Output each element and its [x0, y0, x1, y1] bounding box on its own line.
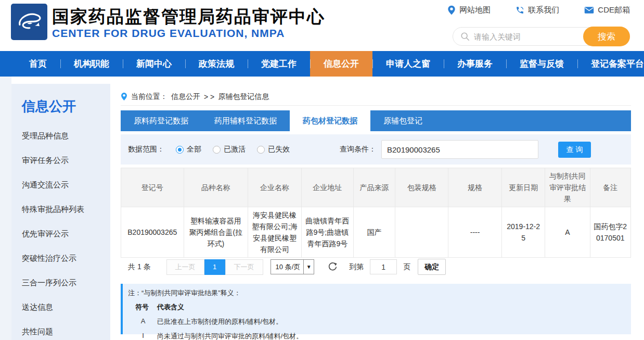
- chevron-down-icon: ▼: [303, 260, 314, 274]
- left-margin-strip: [0, 77, 11, 340]
- search-icon: [460, 32, 470, 41]
- cell-registration-no: B20190003265: [121, 207, 184, 258]
- cde-logo[interactable]: [11, 4, 47, 40]
- tab-excipient-registration[interactable]: 药用辅料登记数据: [201, 110, 290, 131]
- note-meaning-i: 尚未通过与制剂共同审评审批的原料/辅料/包材。: [157, 332, 303, 340]
- table-header-row: 登记号 品种名称 企业名称 企业地址 产品来源 包装规格 规格 更新日期 与制剂…: [121, 168, 631, 207]
- site-title: 国家药品监督管理局药品审评中心: [52, 5, 325, 29]
- breadcrumb-home[interactable]: 信息公开: [171, 92, 200, 102]
- table-row: B20190003265 塑料输液容器用聚丙烯组合盖(拉环式) 海安县健民橡塑有…: [121, 207, 631, 258]
- query-label: 查询条件：: [340, 145, 376, 154]
- breadcrumb-current[interactable]: 原辅包登记信息: [218, 92, 269, 102]
- goto-page-suffix: 页: [403, 262, 410, 272]
- goto-page-input[interactable]: [370, 259, 397, 274]
- cell-packaging-spec: [395, 207, 448, 258]
- quick-links: 网站地图 联系我们 CDE邮箱: [447, 5, 630, 15]
- filter-bar: 数据范围： 全部 已激活 已失效 查询条件： 查 询: [121, 134, 631, 165]
- col-product-origin: 产品来源: [353, 168, 395, 207]
- radio-all-label: 全部: [187, 145, 201, 154]
- mailbox-label: CDE邮箱: [598, 5, 630, 15]
- query-input[interactable]: [381, 140, 538, 159]
- col-remarks: 备注: [590, 168, 630, 207]
- radio-activated-icon: [213, 146, 221, 154]
- col-company-address: 企业地址: [301, 168, 353, 207]
- data-tabs: 原料药登记数据 药用辅料登记数据 药包材登记数据 原辅包登记: [121, 110, 631, 131]
- sidebar-item-delivery-info[interactable]: 送达信息: [11, 295, 110, 320]
- col-update-date: 更新日期: [502, 168, 545, 207]
- sidebar-item-special-approval[interactable]: 特殊审批品种列表: [11, 197, 110, 222]
- sidebar-item-review-tasks[interactable]: 审评任务公示: [11, 148, 110, 173]
- tab-raw-aux-pack[interactable]: 原辅包登记: [370, 110, 435, 131]
- registration-table: 登记号 品种名称 企业名称 企业地址 产品来源 包装规格 规格 更新日期 与制剂…: [121, 168, 631, 258]
- prev-page-button[interactable]: 上一页: [166, 259, 204, 275]
- col-registration-no: 登记号: [121, 168, 184, 207]
- breadcrumb: 当前位置： 信息公开 > > 原辅包登记信息: [121, 88, 631, 106]
- cell-remarks: 国药包字20170501: [590, 207, 630, 258]
- confirm-button[interactable]: 确定: [418, 259, 446, 275]
- sidebar-item-three-in-one[interactable]: 三合一序列公示: [11, 271, 110, 295]
- col-company-name: 企业名称: [248, 168, 302, 207]
- col-product-name: 品种名称: [184, 168, 248, 207]
- pager-group: 上一页 1 下一页: [166, 259, 263, 275]
- nav-item-registration-platform[interactable]: 登记备案平台: [577, 51, 644, 77]
- nav-item-supervision[interactable]: 监督与反馈: [506, 51, 577, 77]
- sidebar-item-communication[interactable]: 沟通交流公示: [11, 173, 110, 197]
- nav-item-news[interactable]: 新闻中心: [123, 51, 185, 77]
- phone-icon: [516, 6, 524, 15]
- map-pin-icon: [447, 5, 456, 15]
- refresh-button[interactable]: [328, 262, 338, 272]
- next-page-button[interactable]: 下一页: [225, 259, 263, 275]
- mailbox-link[interactable]: CDE邮箱: [584, 5, 630, 15]
- sidebar-item-priority-review[interactable]: 优先审评公示: [11, 222, 110, 246]
- page-1-button[interactable]: 1: [204, 259, 225, 275]
- nav-item-policies[interactable]: 政策法规: [185, 51, 248, 77]
- sidebar: 信息公开 受理品种信息 审评任务公示 沟通交流公示 特殊审批品种列表 优先审评公…: [11, 84, 110, 340]
- nav-item-applicant[interactable]: 申请人之窗: [372, 51, 444, 77]
- site-header: 国家药品监督管理局药品审评中心 CENTER FOR DRUG EVALUATI…: [0, 0, 644, 51]
- search-button[interactable]: 搜索: [583, 27, 630, 46]
- total-count: 共 1 条: [128, 262, 151, 272]
- refresh-icon: [328, 262, 338, 272]
- nav-item-services[interactable]: 办事服务: [444, 51, 506, 77]
- radio-all[interactable]: 全部: [176, 145, 201, 154]
- search-input[interactable]: [470, 32, 583, 41]
- breadcrumb-prefix: 当前位置：: [131, 92, 168, 102]
- sidebar-item-accepted-varieties[interactable]: 受理品种信息: [11, 124, 110, 148]
- col-spec: 规格: [448, 168, 502, 207]
- contact-link[interactable]: 联系我们: [516, 5, 559, 15]
- radio-expired-icon: [257, 146, 265, 154]
- sitemap-label: 网站地图: [459, 5, 491, 15]
- radio-activated[interactable]: 已激活: [213, 145, 246, 154]
- sidebar-item-breakthrough-therapy[interactable]: 突破性治疗公示: [11, 246, 110, 271]
- page-size-value: 10 条/页: [271, 262, 304, 272]
- nav-item-home[interactable]: 首页: [16, 51, 60, 77]
- query-button[interactable]: 查 询: [558, 142, 591, 158]
- tab-packaging-registration[interactable]: 药包材登记数据: [290, 110, 370, 131]
- sidebar-item-common-issues[interactable]: 共性问题: [11, 320, 110, 340]
- breadcrumb-separator: > >: [204, 93, 214, 101]
- radio-expired[interactable]: 已失效: [257, 145, 290, 154]
- col-packaging-spec: 包装规格: [395, 168, 448, 207]
- pagination: 共 1 条 上一页 1 下一页 10 条/页 ▼ 到第: [121, 259, 631, 275]
- scope-label: 数据范围：: [128, 145, 164, 154]
- page-size-select[interactable]: 10 条/页 ▼: [271, 259, 315, 274]
- radio-expired-label: 已失效: [268, 145, 290, 154]
- note-box: 注：“与制剂共同审评审批结果”释义： 符号 代表含义 A 已批准在上市制剂使用的…: [121, 284, 631, 334]
- sitemap-link[interactable]: 网站地图: [447, 5, 491, 15]
- note-title: 注：“与制剂共同审评审批结果”释义：: [128, 288, 631, 298]
- nav-item-info-disclosure[interactable]: 信息公开: [310, 51, 372, 77]
- location-pin-icon: [121, 92, 127, 101]
- content: 当前位置： 信息公开 > > 原辅包登记信息 原料药登记数据 药用辅料登记数据 …: [121, 77, 631, 340]
- contact-label: 联系我们: [528, 5, 559, 15]
- note-meaning-a: 已批准在上市制剂使用的原料/辅料/包材。: [157, 317, 282, 326]
- cell-product-name: 塑料输液容器用聚丙烯组合盖(拉环式): [184, 207, 248, 258]
- note-symbol-a: A: [135, 317, 151, 326]
- radio-activated-label: 已激活: [224, 145, 246, 154]
- swan-logo-icon: [14, 7, 44, 37]
- nav-item-functions[interactable]: 机构职能: [60, 51, 123, 77]
- radio-all-icon: [176, 146, 184, 154]
- tab-api-registration[interactable]: 原料药登记数据: [121, 110, 201, 131]
- goto-page-label: 到第: [349, 262, 364, 272]
- nav-item-party[interactable]: 党建工作: [248, 51, 310, 77]
- note-entry-i: I 尚未通过与制剂共同审评审批的原料/辅料/包材。: [135, 332, 631, 340]
